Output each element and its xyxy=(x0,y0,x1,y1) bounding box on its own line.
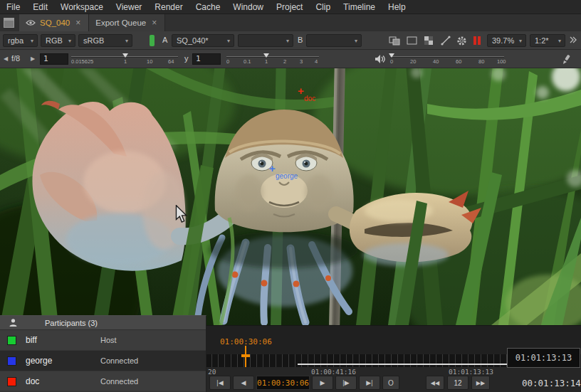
loop-mode-button[interactable]: O xyxy=(382,376,399,390)
menu-item-cache[interactable]: Cache xyxy=(189,0,227,14)
chevron-down-icon: ▾ xyxy=(355,38,357,44)
chevron-down-icon: ▾ xyxy=(68,38,71,44)
tick-label: 20 xyxy=(410,58,416,65)
menu-item-project[interactable]: Project xyxy=(270,0,309,14)
tick-label: 100 xyxy=(497,58,506,65)
zoom-dropdown[interactable]: 39.7% ▾ xyxy=(487,34,526,47)
tick-label: 64 xyxy=(168,58,174,65)
timeline-in-label: 20 xyxy=(208,368,216,376)
fast-forward-button[interactable]: ▶▶ xyxy=(471,376,490,390)
tick-label: 4 xyxy=(315,58,318,65)
input-b-dropdown[interactable]: ▾ xyxy=(306,34,362,47)
participant-status: Connected xyxy=(100,377,138,386)
tick-label: 2 xyxy=(283,58,286,65)
menu-item-file[interactable]: File xyxy=(0,0,26,14)
tab-bar: SQ_040 × Export Queue × xyxy=(0,14,581,31)
proxy-value: 1:2* xyxy=(535,36,549,45)
menu-item-edit[interactable]: Edit xyxy=(26,0,54,14)
exposure-toolbar: ◀ f/8 ▶ 1 0.015625 1 10 64 y 1 0 0.1 1 2… xyxy=(0,50,581,68)
gamma-input[interactable]: 1 xyxy=(192,53,221,65)
viewer-toolbar: rgba ▾ RGB ▾ sRGB ▾ A SQ_040* ▾ ▾ B ▾ xyxy=(0,31,581,50)
fstop-increase-icon[interactable]: ▶ xyxy=(31,55,35,63)
pause-playback-icon[interactable] xyxy=(471,35,483,46)
checkerboard-icon[interactable] xyxy=(422,35,436,46)
close-icon[interactable]: × xyxy=(150,18,158,28)
gamma-slider[interactable]: 0 0.1 1 2 3 4 xyxy=(226,56,319,65)
color-sample-icon[interactable] xyxy=(560,53,574,65)
tick-label: 60 xyxy=(456,58,461,65)
menu-item-workspace[interactable]: Workspace xyxy=(54,0,110,14)
full-frame-icon[interactable] xyxy=(404,35,419,46)
expand-toolbar-icon[interactable] xyxy=(567,35,579,46)
slider-ticks: 0 20 40 60 80 100 xyxy=(390,58,504,65)
timeline-out-label: 01:01:13:13 xyxy=(449,368,493,376)
tab-viewer-sq040[interactable]: SQ_040 × xyxy=(19,14,89,31)
eye-icon xyxy=(26,19,36,26)
participant-name: doc xyxy=(26,376,100,386)
go-to-start-button[interactable]: |◀ xyxy=(209,376,231,390)
colorspace-dropdown[interactable]: sRGB ▾ xyxy=(78,34,132,47)
menu-item-window[interactable]: Window xyxy=(226,0,270,14)
proxy-dropdown[interactable]: 1:2* ▾ xyxy=(530,34,565,47)
participants-header: Participants (3) xyxy=(0,316,206,330)
participant-row-doc[interactable]: doc Connected xyxy=(0,371,206,392)
tick-label: 10 xyxy=(147,58,152,65)
fstop-decrease-icon[interactable]: ◀ xyxy=(4,55,8,63)
tick-label: 0.1 xyxy=(244,58,251,65)
rewind-button[interactable]: ◀◀ xyxy=(426,376,444,390)
menu-bar: File Edit Workspace Viewer Render Cache … xyxy=(0,0,581,14)
menu-item-clip[interactable]: Clip xyxy=(309,0,337,14)
participant-color-swatch xyxy=(7,336,16,345)
close-icon[interactable]: × xyxy=(74,18,82,28)
fps-display[interactable]: 12 xyxy=(447,376,469,390)
tick-label: 1 xyxy=(265,58,268,65)
timeline-range-bar[interactable] xyxy=(298,364,507,365)
slider-ticks: 0 0.1 1 2 3 4 xyxy=(226,58,319,65)
wipe-icon[interactable] xyxy=(439,35,453,46)
volume-icon[interactable] xyxy=(373,53,387,65)
ab-compare-icon[interactable] xyxy=(387,35,402,46)
participant-name: george xyxy=(26,356,100,366)
menu-item-timeline[interactable]: Timeline xyxy=(337,0,382,14)
current-timecode-input[interactable]: 01:00:30:06 xyxy=(256,376,310,390)
menu-item-render[interactable]: Render xyxy=(148,0,189,14)
person-icon xyxy=(9,318,18,327)
view-mode-dropdown[interactable]: ▾ xyxy=(238,34,293,47)
colorspace-value: sRGB xyxy=(83,36,104,45)
input-a-dropdown[interactable]: SQ_040* ▾ xyxy=(172,34,234,47)
panel-icon[interactable] xyxy=(4,18,14,28)
viewer-viewport[interactable]: + doc + george xyxy=(0,68,581,325)
participant-row-george[interactable]: george Connected xyxy=(0,351,206,371)
step-forward-button[interactable]: |▶ xyxy=(335,376,357,390)
participant-row-biff[interactable]: biff Host xyxy=(0,330,206,351)
participant-status: Connected xyxy=(100,356,138,365)
tick-label: 3 xyxy=(300,58,303,65)
play-button[interactable]: ▶ xyxy=(312,376,333,390)
participants-panel: Participants (3) biff Host george Connec… xyxy=(0,315,206,392)
go-to-end-button[interactable]: ▶| xyxy=(359,376,380,390)
tab-export-queue[interactable]: Export Queue × xyxy=(89,14,165,31)
channel-dropdown[interactable]: rgba ▾ xyxy=(3,34,38,47)
input-a-label: A xyxy=(162,36,167,44)
display-dropdown[interactable]: RGB ▾ xyxy=(41,34,75,47)
participant-name: biff xyxy=(26,335,100,345)
gain-input[interactable]: 1 xyxy=(40,53,68,65)
pause-bar xyxy=(478,36,481,45)
gamma-label: y xyxy=(184,54,189,63)
pause-bar xyxy=(473,36,476,45)
menu-item-help[interactable]: Help xyxy=(382,0,412,14)
fstop-label: f/8 xyxy=(11,54,20,63)
playhead-timecode: 01:00:30:06 xyxy=(220,337,272,346)
participant-color-swatch xyxy=(7,356,16,366)
volume-slider[interactable]: 0 20 40 60 80 100 xyxy=(390,56,504,65)
duration-timecode: 00:01:13:14 xyxy=(522,378,581,388)
chevron-down-icon: ▾ xyxy=(558,38,561,44)
step-back-button[interactable]: ◀ xyxy=(233,376,254,390)
gear-icon[interactable] xyxy=(454,35,469,46)
tab-label: SQ_040 xyxy=(40,18,70,27)
gain-slider[interactable]: 0.015625 1 10 64 xyxy=(71,56,178,65)
timeline-playhead-marker[interactable] xyxy=(241,354,250,357)
menu-item-viewer[interactable]: Viewer xyxy=(110,0,148,14)
viewport-image[interactable] xyxy=(0,68,581,325)
application-window: File Edit Workspace Viewer Render Cache … xyxy=(0,0,581,392)
